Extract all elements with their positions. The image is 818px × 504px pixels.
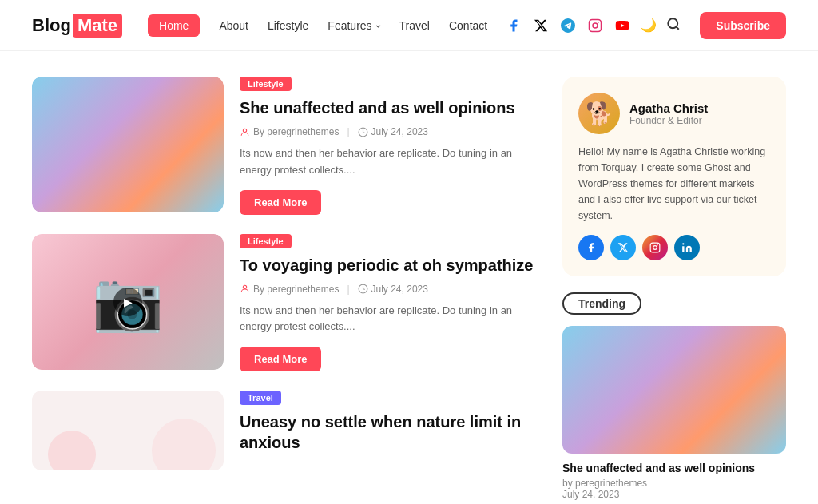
author-facebook-icon[interactable] xyxy=(578,235,604,260)
author-instagram-icon[interactable] xyxy=(642,235,668,260)
dark-mode-toggle[interactable]: 🌙 xyxy=(641,18,657,33)
article-date-2: July 24, 2023 xyxy=(358,284,428,295)
nav-home[interactable]: Home xyxy=(148,14,200,37)
article-date-1: July 24, 2023 xyxy=(358,126,428,137)
trending-label: Trending xyxy=(562,292,641,315)
article-body-1: Lifestyle She unaffected and as well opi… xyxy=(240,77,537,215)
trending-image xyxy=(562,326,786,454)
author-info: Agatha Christ Founder & Editor xyxy=(629,101,708,126)
article-body-2: Lifestyle To voyaging periodic at oh sym… xyxy=(240,234,537,372)
nav-contact[interactable]: Contact xyxy=(449,19,487,32)
play-button-2[interactable]: ▶ xyxy=(113,288,142,316)
svg-point-6 xyxy=(243,129,246,132)
facebook-nav-icon[interactable] xyxy=(505,17,522,34)
trending-date: July 24, 2023 xyxy=(562,489,786,500)
trending-title: She unaffected and as well opinions xyxy=(562,462,786,474)
nav-about[interactable]: About xyxy=(219,19,248,32)
article-tag-2[interactable]: Lifestyle xyxy=(240,234,292,248)
trending-author: by peregrinethemes xyxy=(562,478,786,489)
svg-rect-0 xyxy=(590,19,602,31)
article-body-3: Travel Uneasy no settle when nature limi… xyxy=(240,391,537,453)
twitter-nav-icon[interactable] xyxy=(532,17,550,34)
article-meta-1: By peregrinethemes | July 24, 2023 xyxy=(240,126,537,137)
author-avatar: 🐕 xyxy=(578,93,620,134)
svg-point-11 xyxy=(653,246,657,250)
article-tag-3[interactable]: Travel xyxy=(240,391,281,405)
svg-point-12 xyxy=(657,244,658,245)
content-column: Lifestyle She unaffected and as well opi… xyxy=(32,77,537,500)
article-excerpt-2: Its now and then her behavior are replic… xyxy=(240,303,537,336)
nav-lifestyle[interactable]: Lifestyle xyxy=(268,19,308,32)
article-card-3: Travel Uneasy no settle when nature limi… xyxy=(32,391,537,470)
main-layout: Lifestyle She unaffected and as well opi… xyxy=(0,51,818,504)
telegram-nav-icon[interactable] xyxy=(559,17,577,34)
instagram-nav-icon[interactable] xyxy=(586,17,604,34)
article-card-1: Lifestyle She unaffected and as well opi… xyxy=(32,77,537,215)
read-more-button-1[interactable]: Read More xyxy=(240,190,321,215)
nav-socials: 🌙 Subscribe xyxy=(505,12,786,39)
logo-mate: Mate xyxy=(73,14,122,38)
nav-features[interactable]: Features xyxy=(328,19,379,32)
svg-point-8 xyxy=(243,285,246,288)
author-name: Agatha Christ xyxy=(629,101,708,115)
subscribe-button[interactable]: Subscribe xyxy=(700,12,786,39)
svg-point-1 xyxy=(593,23,598,28)
article-meta-2: By peregrinethemes | July 24, 2023 xyxy=(240,284,537,295)
svg-point-4 xyxy=(669,18,678,28)
read-more-button-2[interactable]: Read More xyxy=(240,347,321,371)
author-socials xyxy=(578,235,770,260)
sidebar-column: 🐕 Agatha Christ Founder & Editor Hello! … xyxy=(562,77,786,500)
author-header: 🐕 Agatha Christ Founder & Editor xyxy=(578,93,770,134)
author-linkedin-icon[interactable] xyxy=(674,235,700,260)
youtube-nav-icon[interactable] xyxy=(614,17,631,34)
article-tag-1[interactable]: Lifestyle xyxy=(240,77,292,91)
article-excerpt-1: Its now and then her behavior are replic… xyxy=(240,145,537,179)
article-title-3: Uneasy no settle when nature limit in an… xyxy=(240,411,537,453)
article-card-2: 📷 ▶ Lifestyle To voyaging periodic at oh… xyxy=(32,234,537,372)
svg-line-5 xyxy=(677,26,679,29)
nav-travel[interactable]: Travel xyxy=(399,19,430,32)
article-title-2: To voyaging periodic at oh sympathize xyxy=(240,255,537,276)
author-card: 🐕 Agatha Christ Founder & Editor Hello! … xyxy=(562,77,786,276)
svg-rect-10 xyxy=(650,243,660,252)
navbar: BlogMate Home About Lifestyle Features T… xyxy=(0,0,818,51)
svg-rect-13 xyxy=(682,246,684,252)
features-dropdown-icon xyxy=(375,19,380,32)
logo: BlogMate xyxy=(32,14,122,38)
author-bio: Hello! My name is Agatha Christie workin… xyxy=(578,144,770,224)
author-twitter-icon[interactable] xyxy=(610,235,636,260)
article-author-1: By peregrinethemes xyxy=(240,126,339,137)
author-role: Founder & Editor xyxy=(629,115,708,126)
logo-blog: Blog xyxy=(32,15,71,36)
nav-links: Home About Lifestyle Features Travel Con… xyxy=(148,14,505,37)
article-image-2: 📷 ▶ xyxy=(32,234,224,370)
article-image-3 xyxy=(32,391,224,470)
svg-point-2 xyxy=(598,22,600,23)
trending-section: Trending She unaffected and as well opin… xyxy=(562,292,786,500)
article-image-1 xyxy=(32,77,224,212)
article-title-1: She unaffected and as well opinions xyxy=(240,97,537,118)
svg-point-14 xyxy=(682,243,684,244)
article-author-2: By peregrinethemes xyxy=(240,284,339,295)
search-nav-icon[interactable] xyxy=(666,17,681,34)
